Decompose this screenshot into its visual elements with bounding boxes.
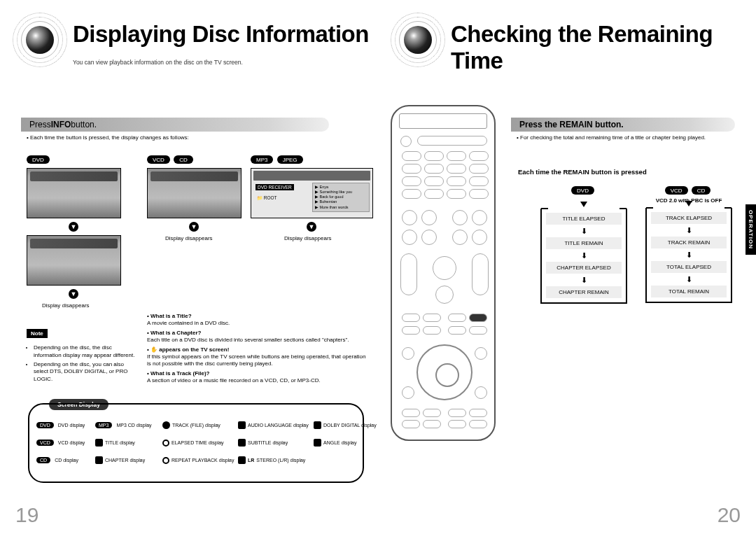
pill-vcd-right: VCD [665,186,688,195]
sd-subtitle-display: SUBTITLE display [238,439,314,447]
def-body: If this symbol appears on the TV screen … [147,353,371,367]
page-title: Displaying Disc Information [73,21,369,48]
pill-dvd: DVD [27,155,50,164]
step-text-pre: Press [29,120,51,129]
arrow-down-icon: ⬇ [546,252,622,260]
mp3-root-label: 📁 ROOT [257,195,277,201]
remote-control-illustration [391,105,496,441]
pill-dvd-right: DVD [571,186,594,195]
mp3-receiver-label: DVD RECEIVER [255,184,294,190]
arrow-down-icon: ⬇ [651,251,727,259]
sd-angle-display: ANGLE display [314,439,382,447]
sd-cd-display: CDCD display [36,457,95,463]
side-tab-operation: OPERATION [746,204,756,255]
def-body: A section of video or a music file recor… [147,377,371,384]
dvd-info-thumb-1 [27,168,121,218]
chapter-icon [95,456,103,464]
seq-item: CHAPTER REMAIN [546,286,622,298]
arrow-down-icon: ▼ [189,222,199,232]
def-track-title: What is a Track (File)? [147,370,371,377]
caption-disappear-1: Display disappears [42,302,90,309]
screen-display-box: DVDDVD display MP3MP3 CD display TRACK (… [28,403,364,483]
step-text-right: Press the REMAIN button. [519,120,624,129]
caption-disappear-3: Display disappears [284,235,332,241]
repeat-icon [162,457,169,464]
pill-dvd-row: DVD [27,155,52,164]
def-body: A movie contained in a DVD disc. [147,320,371,327]
mp3-track-list: ▶ Enya ▶ Something like you ▶ Back for g… [312,183,370,212]
def-title-title: What is a Title? [147,313,371,320]
arrow-down-icon: ▼ [307,222,316,232]
headphone-icon [238,456,246,464]
step-sub-right: • For checking the total and remaining t… [517,134,734,141]
pill-cd: CD [174,155,193,164]
hand-stop-icon: ✋ [150,346,158,353]
clock-icon [162,440,169,447]
page-subtitle: You can view playback information on the… [73,59,243,66]
angle-icon [314,439,321,447]
pill-jpeg: JPEG [277,155,303,164]
arrow-down-icon: ▼ [69,289,78,299]
speaker-decor-icon [13,13,67,67]
audio-lang-icon [238,421,246,429]
step-header-right: Press the REMAIN button. [511,118,735,132]
dvd-info-thumb-2 [27,235,121,286]
sd-mp3cd-display: MP3MP3 CD display [95,422,162,428]
vcd-info-thumb [147,168,241,218]
speaker-decor-icon [391,13,445,67]
arrow-down-icon: ⬇ [651,276,727,283]
seq-item: TOTAL ELAPSED [651,261,727,273]
seq-item: TOTAL REMAIN [651,286,727,297]
page-19: Displaying Disc Information You can view… [0,0,378,534]
pill-mp3: MP3 [251,155,273,164]
sd-track-display: TRACK (FILE) display [162,421,238,429]
seq-item: TITLE ELAPSED [546,213,622,225]
pill-cd-right: CD [692,186,711,195]
page-20: Checking the Remaining Time [378,0,756,534]
page-number-20: 20 [718,503,741,527]
step-text-bold: INFO [51,120,71,129]
note-item: Depending on the disc, you can also sele… [34,361,139,384]
sd-repeat-display: REPEAT PLAYBACK display [162,457,238,464]
sd-dvd-display: DVDDVD display [36,422,95,428]
def-body: Each title on a DVD disc is divided into… [147,337,371,344]
sd-stereo-display: LR STEREO (L/R) display [238,456,314,464]
arrow-down-icon: ▼ [69,222,78,232]
pill-vcd-cd-row: VCD CD [147,155,195,164]
page-number-19: 19 [15,503,38,527]
title-icon [95,439,103,447]
note-badge: Note [27,329,48,338]
sd-title-display: TITLE display [95,439,162,447]
each-time-heading: Each time the REMAIN button is pressed [518,168,647,176]
arrow-down-icon: ⬇ [546,276,622,284]
seq-item: CHAPTER ELAPSED [546,262,622,274]
note-item: Depending on the disc, the disc informat… [34,344,139,360]
sd-elapsed-display: ELAPSED TIME display [162,440,238,447]
dolby-icon [314,421,321,429]
caption-disappear-2: Display disappears [165,235,213,241]
page-title-right: Checking the Remaining Time [451,21,756,74]
mp3-info-thumb: DVD RECEIVER ● SMART NAVI 📁 ROOT ▶ Enya … [251,168,373,218]
definitions-block: What is a Title? A movie contained in a … [147,310,371,384]
pill-vcd: VCD [147,155,170,164]
remote-dpad [416,344,472,400]
sd-dolby-display: DOLBY DIGITAL display [314,421,382,429]
step-text-post: button. [71,120,97,129]
vcd-sequence-col: VCD CD VCD 2.0 with PBC is OFF TRACK ELA… [645,186,732,303]
seq-item: TRACK REMAIN [651,237,727,248]
sd-vcd-display: VCDVCD display [36,440,95,446]
seq-item: TRACK ELAPSED [651,212,727,224]
subtitle-icon [238,439,246,447]
disc-icon [162,421,170,429]
def-symbol-title: ✋ appears on the TV screen! [147,346,371,353]
pill-mp3-jpeg-row: MP3 JPEG [251,155,305,164]
sd-audiolang-display: AUDIO LANGUAGE display [238,421,314,429]
seq-item: TITLE REMAIN [546,237,622,249]
arrow-down-icon: ⬇ [546,227,622,235]
arrow-down-icon: ⬇ [651,227,727,234]
dvd-sequence-col: DVD TITLE ELAPSED ⬇ TITLE REMAIN ⬇ CHAPT… [540,186,627,304]
note-list: Depending on the disc, the disc informat… [27,344,139,385]
def-chapter-title: What is a Chapter? [147,330,371,337]
sd-chapter-display: CHAPTER display [95,456,162,464]
step-header: Press INFO button. [21,118,329,132]
